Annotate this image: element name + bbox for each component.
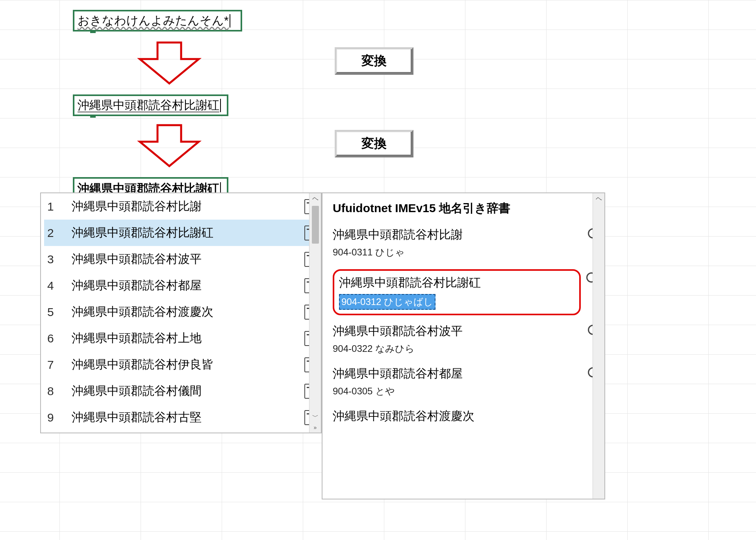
candidate-text: 沖縄県中頭郡読谷村古堅 bbox=[72, 409, 291, 425]
candidate-row[interactable]: 2 沖縄県中頭郡読谷村比謝矼 bbox=[44, 220, 321, 246]
candidate-text: 沖縄県中頭郡読谷村伊良皆 bbox=[72, 357, 291, 373]
candidate-row[interactable]: 7 沖縄県中頭郡読谷村伊良皆 bbox=[44, 351, 321, 378]
candidate-text: 沖縄県中頭郡読谷村都屋 bbox=[72, 277, 291, 294]
candidate-number: 7 bbox=[47, 358, 58, 372]
henkan-button[interactable]: 変換 bbox=[335, 47, 413, 75]
candidate-row[interactable]: 3 沖縄県中頭郡読谷村波平 bbox=[44, 246, 321, 272]
candidate-row[interactable]: 8 沖縄県中頭郡読谷村儀間 bbox=[44, 378, 321, 404]
detail-item[interactable]: 沖縄県中頭郡読谷村渡慶次 bbox=[333, 408, 581, 443]
detail-reading: 904-0322 なみひら bbox=[333, 342, 581, 355]
candidate-text: 沖縄県中頭郡読谷村比謝 bbox=[72, 198, 291, 215]
detail-panel-title: Ufuidotnet IMEv15 地名引き辞書 bbox=[333, 200, 581, 216]
detail-item[interactable]: 沖縄県中頭郡読谷村都屋 904-0305 とや bbox=[333, 366, 581, 400]
candidate-row[interactable]: 5 沖縄県中頭郡読谷村渡慶次 bbox=[44, 299, 321, 325]
henkan-label: 変換 bbox=[361, 52, 387, 70]
candidate-number: 8 bbox=[47, 385, 58, 398]
candidate-text: 沖縄県中頭郡読谷村波平 bbox=[72, 251, 291, 267]
down-arrow-icon bbox=[136, 122, 203, 169]
input-text: おきなわけんよみたんそん* bbox=[78, 13, 229, 29]
candidate-scrollbar[interactable]: ヘ ﹀ » bbox=[309, 193, 321, 433]
candidate-number: 4 bbox=[47, 279, 58, 292]
down-arrow-icon bbox=[136, 39, 203, 87]
candidate-row[interactable]: 4 沖縄県中頭郡読谷村都屋 bbox=[44, 272, 321, 299]
detail-reading: 904-0311 ひじゃ bbox=[333, 246, 581, 259]
text-cursor bbox=[220, 99, 221, 112]
detail-scrollbar[interactable]: ヘ bbox=[593, 193, 604, 499]
ime-candidate-panel: 1 沖縄県中頭郡読谷村比謝 2 沖縄県中頭郡読谷村比謝矼 3 沖縄県中頭郡読谷村… bbox=[40, 192, 322, 433]
scroll-up-icon[interactable]: ヘ bbox=[593, 193, 604, 204]
detail-place: 沖縄県中頭郡読谷村比謝 bbox=[333, 227, 581, 243]
candidate-text: 沖縄県中頭郡読谷村比謝矼 bbox=[72, 225, 291, 241]
converted-cell-1[interactable]: 沖縄県中頭郡読谷村比謝矼 bbox=[73, 94, 228, 116]
scroll-up-icon[interactable]: ヘ bbox=[309, 193, 321, 204]
cell-marker bbox=[90, 115, 96, 118]
cell-marker bbox=[90, 30, 96, 33]
candidate-row[interactable]: 1 沖縄県中頭郡読谷村比謝 bbox=[44, 193, 321, 220]
converted-text-1: 沖縄県中頭郡読谷村比謝矼 bbox=[78, 97, 219, 113]
candidate-number: 3 bbox=[47, 253, 58, 266]
detail-item-selected[interactable]: 沖縄県中頭郡読谷村比謝矼 904-0312 ひじゃばし bbox=[333, 269, 581, 315]
candidate-row[interactable]: 9 沖縄県中頭郡読谷村古堅 bbox=[44, 404, 321, 431]
henkan-label: 変換 bbox=[361, 135, 387, 152]
scroll-down-icon[interactable]: ﹀ bbox=[309, 411, 321, 422]
candidate-number: 5 bbox=[47, 305, 58, 319]
candidate-text: 沖縄県中頭郡読谷村儀間 bbox=[72, 383, 291, 399]
detail-place: 沖縄県中頭郡読谷村波平 bbox=[333, 323, 581, 339]
detail-reading-highlight: 904-0312 ひじゃばし bbox=[339, 294, 435, 310]
detail-reading: 904-0305 とや bbox=[333, 385, 581, 398]
candidate-text: 沖縄県中頭郡読谷村上地 bbox=[72, 330, 291, 346]
input-cell-hiragana[interactable]: おきなわけんよみたんそん* bbox=[73, 10, 242, 31]
text-cursor bbox=[230, 14, 230, 28]
detail-item[interactable]: 沖縄県中頭郡読谷村波平 904-0322 なみひら bbox=[333, 323, 581, 358]
detail-item[interactable]: 沖縄県中頭郡読谷村比謝 904-0311 ひじゃ bbox=[333, 227, 581, 261]
candidate-text: 沖縄県中頭郡読谷村渡慶次 bbox=[72, 304, 291, 320]
candidate-number: 1 bbox=[47, 200, 58, 213]
candidate-number: 2 bbox=[47, 226, 58, 240]
detail-place: 沖縄県中頭郡読谷村都屋 bbox=[333, 366, 581, 382]
ime-detail-panel: Ufuidotnet IMEv15 地名引き辞書 沖縄県中頭郡読谷村比謝 904… bbox=[322, 192, 605, 499]
henkan-button[interactable]: 変換 bbox=[335, 130, 413, 157]
expand-icon[interactable]: » bbox=[309, 422, 321, 433]
candidate-number: 6 bbox=[47, 332, 58, 345]
detail-place: 沖縄県中頭郡読谷村渡慶次 bbox=[333, 408, 581, 424]
candidate-number: 9 bbox=[47, 411, 58, 424]
scroll-thumb[interactable] bbox=[312, 206, 319, 244]
candidate-list: 1 沖縄県中頭郡読谷村比謝 2 沖縄県中頭郡読谷村比謝矼 3 沖縄県中頭郡読谷村… bbox=[41, 193, 321, 433]
detail-place: 沖縄県中頭郡読谷村比謝矼 bbox=[339, 275, 574, 291]
candidate-row[interactable]: 6 沖縄県中頭郡読谷村上地 bbox=[44, 325, 321, 351]
